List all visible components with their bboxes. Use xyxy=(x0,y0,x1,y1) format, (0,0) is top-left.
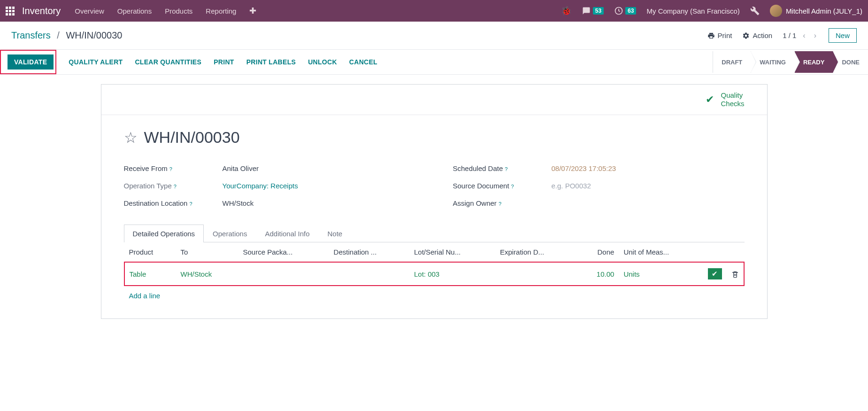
cell-to[interactable]: WH/Stock xyxy=(176,262,238,286)
print-status-button[interactable]: PRINT xyxy=(214,58,234,66)
state-draft[interactable]: DRAFT xyxy=(713,51,751,73)
messages-badge: 53 xyxy=(593,7,604,15)
table-row[interactable]: Table WH/Stock Lot: 003 10.00 Units ✔ xyxy=(124,262,744,286)
cell-destination[interactable] xyxy=(329,262,409,286)
th-source-package[interactable]: Source Packa... xyxy=(238,242,329,262)
tab-detailed-operations[interactable]: Detailed Operations xyxy=(124,225,204,242)
messages-icon[interactable]: 53 xyxy=(582,7,604,15)
help-icon[interactable]: ? xyxy=(189,201,192,207)
apps-icon[interactable] xyxy=(6,7,15,16)
navbar-right: 🐞 53 63 My Company (San Francisco) Mitch… xyxy=(561,5,862,17)
check-icon: ✔ xyxy=(706,93,714,106)
table-add-row: Add a line xyxy=(124,286,744,305)
state-waiting[interactable]: WAITING xyxy=(751,51,794,73)
detailed-operations-table: Product To Source Packa... Destination .… xyxy=(124,242,745,305)
new-menu-plus-icon[interactable]: ✚ xyxy=(249,6,256,16)
avatar xyxy=(770,5,782,17)
clear-quantities-button[interactable]: CLEAR QUANTITIES xyxy=(135,58,201,66)
cell-lot[interactable]: Lot: 003 xyxy=(409,262,495,286)
new-button[interactable]: New xyxy=(829,28,857,43)
pager-value[interactable]: 1 / 1 xyxy=(783,31,796,39)
destination-location-value[interactable]: WH/Stock xyxy=(223,199,254,207)
th-lot-serial[interactable]: Lot/Serial Nu... xyxy=(409,242,495,262)
help-icon[interactable]: ? xyxy=(174,184,177,189)
title-row: ☆ WH/IN/00030 xyxy=(124,128,745,147)
activities-icon[interactable]: 63 xyxy=(614,6,636,16)
nav-operations[interactable]: Operations xyxy=(117,7,152,15)
source-document-field[interactable]: e.g. PO0032 xyxy=(552,182,591,190)
user-name: Mitchell Admin (JULY_1) xyxy=(786,7,862,15)
print-labels-button[interactable]: PRINT LABELS xyxy=(246,58,296,66)
row-operation-type: Operation Type? YourCompany: Receipts xyxy=(124,177,415,194)
control-panel: Transfers / WH/IN/00030 Print Action 1 /… xyxy=(0,22,868,50)
tab-note[interactable]: Note xyxy=(319,225,352,242)
breadcrumb: Transfers / WH/IN/00030 xyxy=(11,30,122,41)
help-icon[interactable]: ? xyxy=(505,166,507,172)
help-icon[interactable]: ? xyxy=(511,184,514,189)
cell-done[interactable]: 10.00 xyxy=(577,262,619,286)
breadcrumb-root[interactable]: Transfers xyxy=(11,30,51,40)
action-button[interactable]: Action xyxy=(742,31,772,39)
th-uom[interactable]: Unit of Meas... xyxy=(619,242,703,262)
tab-operations[interactable]: Operations xyxy=(204,225,256,242)
pager: 1 / 1 ‹ › xyxy=(783,30,818,42)
th-expiration[interactable]: Expiration D... xyxy=(495,242,577,262)
row-destination-location: Destination Location? WH/Stock xyxy=(124,194,415,212)
nav-reporting[interactable]: Reporting xyxy=(206,7,236,15)
form-sheet: ✔ Quality Checks ☆ WH/IN/00030 Receive F… xyxy=(101,84,768,319)
quality-alert-button[interactable]: QUALITY ALERT xyxy=(69,58,123,66)
cell-source-package[interactable] xyxy=(238,262,329,286)
user-menu[interactable]: Mitchell Admin (JULY_1) xyxy=(770,5,862,17)
nav-overview[interactable]: Overview xyxy=(75,7,104,15)
add-line-button[interactable]: Add a line xyxy=(124,286,744,305)
help-icon[interactable]: ? xyxy=(499,201,501,207)
tab-additional-info[interactable]: Additional Info xyxy=(256,225,318,242)
pager-next-icon[interactable]: › xyxy=(812,30,818,42)
nav-products[interactable]: Products xyxy=(165,7,192,15)
control-panel-right: Print Action 1 / 1 ‹ › New xyxy=(707,28,857,43)
print-button[interactable]: Print xyxy=(707,31,732,39)
validate-highlight: VALIDATE xyxy=(0,50,56,74)
form-grid: Receive From? Anita Oliver Operation Typ… xyxy=(124,160,745,212)
row-delete-icon[interactable] xyxy=(731,270,739,278)
top-navbar: Inventory Overview Operations Products R… xyxy=(0,0,868,22)
state-ready[interactable]: READY xyxy=(794,51,833,73)
th-to[interactable]: To xyxy=(176,242,238,262)
support-icon[interactable] xyxy=(750,6,760,16)
activities-badge: 63 xyxy=(625,7,636,15)
page-title: WH/IN/00030 xyxy=(144,128,240,147)
quality-checks-button[interactable]: ✔ Quality Checks xyxy=(706,91,744,108)
th-destination[interactable]: Destination ... xyxy=(329,242,409,262)
breadcrumb-current: WH/IN/00030 xyxy=(66,30,122,40)
operation-type-value[interactable]: YourCompany: Receipts xyxy=(223,182,298,190)
row-confirm-icon[interactable]: ✔ xyxy=(708,268,722,279)
receive-from-value[interactable]: Anita Oliver xyxy=(223,164,259,172)
cell-expiration[interactable] xyxy=(495,262,577,286)
status-states: DRAFT WAITING READY DONE xyxy=(713,51,868,73)
printer-icon xyxy=(707,32,715,39)
nav-links: Overview Operations Products Reporting xyxy=(75,7,236,15)
th-done[interactable]: Done xyxy=(577,242,619,262)
th-product[interactable]: Product xyxy=(124,242,176,262)
scheduled-date-value[interactable]: 08/07/2023 17:05:23 xyxy=(552,164,616,172)
star-icon[interactable]: ☆ xyxy=(124,129,138,147)
cancel-button[interactable]: CANCEL xyxy=(349,58,377,66)
row-scheduled-date: Scheduled Date? 08/07/2023 17:05:23 xyxy=(453,160,745,177)
row-source-document: Source Document? e.g. PO0032 xyxy=(453,177,745,194)
form-col-left: Receive From? Anita Oliver Operation Typ… xyxy=(124,160,415,212)
cell-uom[interactable]: Units xyxy=(619,262,703,286)
gear-icon xyxy=(742,32,750,39)
row-receive-from: Receive From? Anita Oliver xyxy=(124,160,415,177)
status-bar: VALIDATE QUALITY ALERT CLEAR QUANTITIES … xyxy=(0,50,868,75)
debug-icon[interactable]: 🐞 xyxy=(561,6,571,16)
app-brand[interactable]: Inventory xyxy=(22,6,61,16)
tabs: Detailed Operations Operations Additiona… xyxy=(124,224,745,242)
table-header-row: Product To Source Packa... Destination .… xyxy=(124,242,744,262)
help-icon[interactable]: ? xyxy=(169,166,172,172)
sheet-body: ☆ WH/IN/00030 Receive From? Anita Oliver… xyxy=(101,115,767,318)
validate-button[interactable]: VALIDATE xyxy=(8,54,54,70)
company-switcher[interactable]: My Company (San Francisco) xyxy=(646,7,739,15)
cell-product[interactable]: Table xyxy=(124,262,176,286)
unlock-button[interactable]: UNLOCK xyxy=(308,58,337,66)
pager-prev-icon[interactable]: ‹ xyxy=(801,30,807,42)
